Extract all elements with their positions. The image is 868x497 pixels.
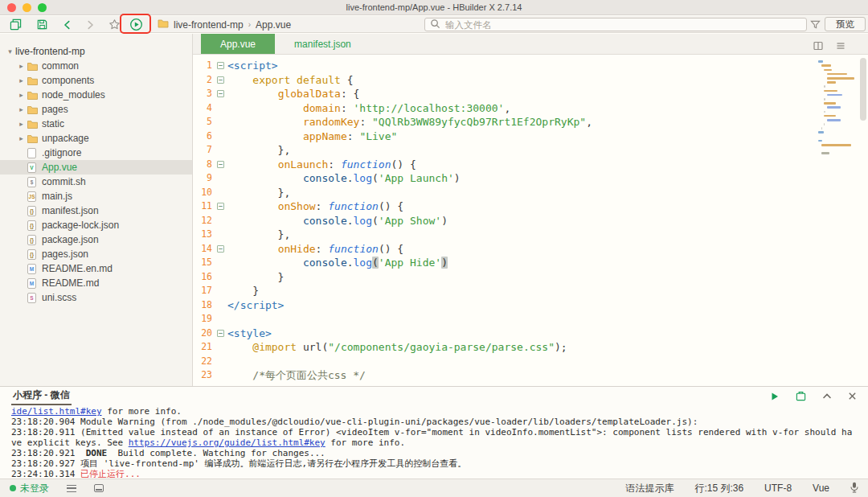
mic-icon[interactable] [850,482,858,495]
fold-icon[interactable]: − [214,59,227,73]
tree-item-manifest-json[interactable]: {}manifest.json [0,203,192,218]
code-line-14: 14− onHide: function() { [193,242,868,257]
code-line-5: 5 randomKey: "QQlRb3WW89yfycQb97Rrt1Ef2O… [193,115,868,129]
close-console-icon[interactable] [848,392,857,400]
line-number: 17 [193,284,214,298]
console-icons [770,387,857,405]
editor-scrollbar[interactable] [860,58,866,121]
tree-item-readme-md[interactable]: MREADME.md [0,276,192,290]
editor-tab-manifest-json[interactable]: manifest.json [275,34,371,54]
fold-icon[interactable]: − [214,242,227,257]
file-search-box[interactable] [424,18,807,31]
bookmark-star-icon[interactable] [105,16,123,33]
fold-icon[interactable]: − [214,199,227,214]
statusbar-left: 未登录 [10,482,104,495]
tree-item-label: uni.scss [42,292,76,303]
fold-icon[interactable]: − [214,327,227,341]
save-all-icon[interactable] [6,16,24,33]
console-log-line: 23:18:20.921 DONE Build complete. Watchi… [11,448,857,458]
line-number: 1 [193,59,214,73]
tree-item-node-modules[interactable]: ▸node_modules [0,88,192,102]
console-log[interactable]: ide/list.html#key for more info.23:18:20… [0,405,868,480]
tree-item-static[interactable]: ▸static [0,117,192,131]
tree-item-label: node_modules [42,89,105,101]
code-line-1: 1−<script> [193,59,868,73]
console-header: 小程序 - 微信 [0,387,868,405]
tree-item-pages[interactable]: ▸pages [0,102,192,117]
syntax-lib-status[interactable]: 语法提示库 [625,482,674,495]
line-number: 11 [193,199,214,214]
tree-item-package-json[interactable]: {}package.json [0,232,192,247]
chevron-right-icon[interactable]: ▸ [16,120,27,128]
log-link[interactable]: ide/list.html#key [11,406,102,417]
outline-icon[interactable] [67,485,76,492]
chevron-right-icon[interactable]: ▸ [16,134,27,142]
preview-button[interactable]: 预览 [825,17,866,31]
code-line-18: 18</script> [193,298,868,313]
collapse-console-icon[interactable] [822,392,832,401]
minimap[interactable] [818,60,855,155]
terminal-toggle-icon[interactable] [94,484,104,492]
encoding-status[interactable]: UTF-8 [764,483,792,494]
chevron-right-icon[interactable]: ▸ [16,76,27,84]
code-line-21: 21 @import url("/components/gaoyia-parse… [193,340,868,355]
code-line-13: 13 }, [193,228,868,242]
editor-tab-app-vue[interactable]: App.vue [201,34,275,54]
language-mode-status[interactable]: Vue [813,483,829,494]
filter-icon[interactable] [807,16,823,33]
breadcrumb[interactable]: live-frontend-mp › App.vue [158,16,291,33]
tree-item-live-frontend-mp[interactable]: ▾live-frontend-mp [0,44,192,59]
gutter [214,143,227,158]
tree-item-commit-sh[interactable]: $commit.sh [0,175,192,189]
tree-item-uni-scss[interactable]: Suni.scss [0,290,192,305]
chevron-right-icon[interactable]: ▸ [16,91,27,99]
code-editor[interactable]: 1−<script>2− export default {3− globalDa… [193,55,868,386]
tree-item-label: App.vue [42,162,77,173]
tree-item-unpackage[interactable]: ▸unpackage [0,131,192,146]
tree-item-label: live-frontend-mp [15,46,85,57]
editor-menu-icon[interactable] [836,39,845,54]
forward-icon[interactable] [81,16,99,33]
tree-item-gitignore[interactable]: .gitignore [0,146,192,160]
line-number: 12 [193,214,214,228]
login-status[interactable]: 未登录 [10,482,49,495]
code-line-9: 9 console.log('App Launch') [193,171,868,186]
chevron-right-icon[interactable]: ▸ [16,105,27,113]
open-external-icon[interactable] [796,391,806,401]
line-number: 10 [193,186,214,200]
split-editor-icon[interactable] [813,39,823,54]
cursor-position-status[interactable]: 行:15 列:36 [694,482,743,495]
fold-icon[interactable]: − [214,73,227,88]
breadcrumb-separator: › [248,20,251,29]
tree-item-main-js[interactable]: JSmain.js [0,189,192,203]
gutter [214,129,227,144]
breadcrumb-file[interactable]: App.vue [256,19,291,31]
file-icon-json: {} [27,249,36,260]
breadcrumb-project[interactable]: live-frontend-mp [174,19,244,31]
tree-item-label: README.md [42,277,99,289]
tree-item-label: package.json [42,234,99,245]
console-tab-weixin[interactable]: 小程序 - 微信 [11,387,72,405]
code-line-16: 16 } [193,270,868,285]
chevron-right-icon[interactable]: ▸ [16,62,27,70]
tree-item-common[interactable]: ▸common [0,59,192,73]
chevron-down-icon[interactable]: ▾ [5,47,15,55]
code-line-11: 11− onShow: function() { [193,199,868,214]
folder-icon [27,105,38,115]
status-bar: 未登录 语法提示库 行:15 列:36 UTF-8 Vue [0,479,868,497]
tree-item-package-lock-json[interactable]: {}package-lock.json [0,218,192,232]
gutter [214,186,227,200]
run-console-icon[interactable] [770,392,780,401]
tree-item-pages-json[interactable]: {}pages.json [0,247,192,261]
save-icon[interactable] [33,16,51,33]
tree-item-readme-en-md[interactable]: MREADME.en.md [0,261,192,276]
fold-icon[interactable]: − [214,158,227,172]
log-link[interactable]: https://vuejs.org/guide/list.html#key [129,437,326,448]
tree-item-label: manifest.json [42,205,99,216]
tree-item-app-vue[interactable]: VApp.vue [0,160,192,175]
tree-item-components[interactable]: ▸components [0,73,192,88]
fold-icon[interactable]: − [214,87,227,101]
run-button[interactable] [127,16,145,33]
search-input[interactable] [445,20,801,30]
back-icon[interactable] [59,16,76,33]
